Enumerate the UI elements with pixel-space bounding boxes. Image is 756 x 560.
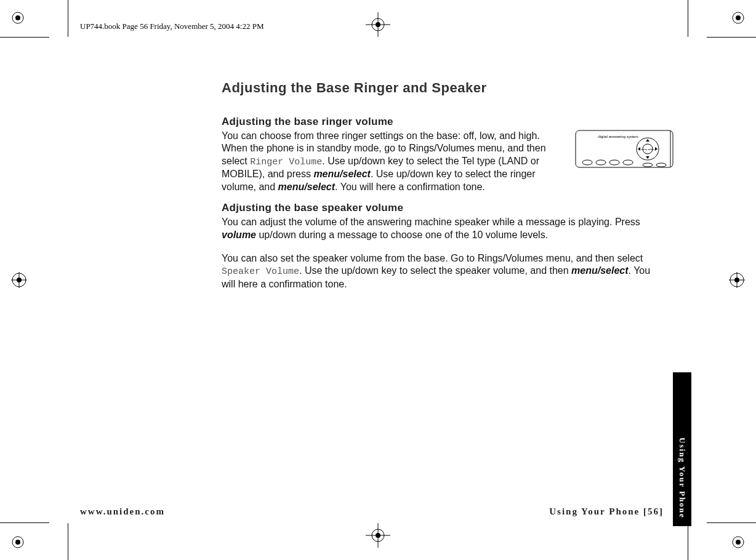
crop-mark-icon: [68, 523, 68, 560]
crop-mark-icon: [707, 522, 756, 523]
registration-mark-icon: [729, 272, 745, 288]
registration-mark-icon: [731, 535, 745, 549]
svg-point-33: [656, 163, 666, 167]
crop-mark-icon: [0, 522, 49, 523]
section-heading: Adjusting the base speaker volume: [222, 202, 665, 214]
svg-point-15: [734, 278, 739, 282]
svg-point-7: [736, 540, 741, 545]
registration-mark-icon: [11, 272, 27, 288]
page-title: Adjusting the Base Ringer and Speaker: [222, 80, 665, 96]
svg-point-3: [736, 15, 741, 20]
device-label-text: digital answering system: [598, 135, 638, 138]
crop-cross-icon: [366, 12, 390, 37]
svg-point-32: [643, 163, 653, 167]
section-tab-label: Using Your Phone: [677, 438, 687, 519]
menu-option-text: Speaker Volume: [222, 266, 299, 277]
svg-point-30: [609, 160, 619, 165]
svg-point-5: [15, 540, 20, 545]
crop-cross-icon: [366, 523, 390, 548]
registration-mark-icon: [11, 535, 25, 549]
crop-mark-icon: [707, 37, 756, 38]
crop-mark-icon: [0, 37, 49, 38]
svg-point-29: [596, 160, 606, 165]
svg-point-11: [17, 278, 22, 282]
body-paragraph: You can also set the speaker volume from…: [222, 252, 665, 290]
keypress-label: menu/select: [278, 182, 335, 192]
keypress-label: volume: [222, 230, 256, 240]
crop-mark-icon: [68, 0, 68, 37]
svg-point-28: [582, 160, 592, 165]
section-tab: Using Your Phone: [673, 372, 691, 526]
footer-page-label: Using Your Phone [56]: [549, 506, 664, 517]
keypress-label: menu/select: [313, 169, 370, 179]
footer-url: www.uniden.com: [80, 506, 165, 517]
svg-point-1: [15, 15, 20, 20]
svg-point-23: [376, 533, 380, 538]
menu-option-text: Ringer Volume: [250, 157, 322, 167]
section-heading: Adjusting the base ringer volume: [222, 116, 566, 128]
body-paragraph: You can choose from three ringer setting…: [222, 130, 566, 193]
keypress-label: menu/select: [571, 265, 628, 276]
svg-point-31: [623, 160, 633, 165]
body-paragraph: You can adjust the volume of the answeri…: [222, 216, 665, 241]
registration-mark-icon: [731, 11, 745, 25]
base-unit-illustration: digital answering system menu select: [575, 124, 674, 174]
page-footer: www.uniden.com Using Your Phone [56]: [80, 506, 664, 517]
svg-text:menu select: menu select: [641, 148, 654, 151]
page-content: Adjusting the Base Ringer and Speaker Ad…: [222, 80, 665, 290]
page-meta-header: UP744.book Page 56 Friday, November 5, 2…: [80, 22, 264, 31]
svg-point-19: [376, 22, 380, 27]
crop-mark-icon: [688, 523, 688, 560]
registration-mark-icon: [11, 11, 25, 25]
crop-mark-icon: [688, 0, 688, 37]
